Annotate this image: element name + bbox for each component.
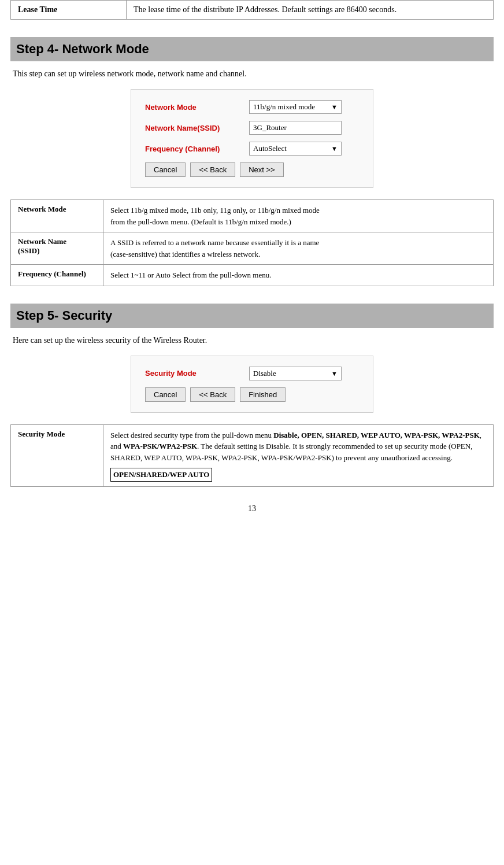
open-shared-wep-auto-label: OPEN/SHARED/WEP AUTO: [110, 468, 212, 482]
table-row: Network Mode Select 11b/g mixed mode, 11…: [11, 200, 494, 232]
step5-finished-button[interactable]: Finished: [240, 387, 286, 402]
security-mode-arrow-icon: ▼: [331, 370, 338, 377]
network-mode-label: Network Mode: [145, 103, 249, 112]
security-mode-field-desc: Select desired security type from the pu…: [103, 424, 494, 486]
network-mode-field-desc: Select 11b/g mixed mode, 11b only, 11g o…: [103, 200, 494, 232]
frequency-field-desc: Select 1~11 or Auto Select from the pull…: [103, 265, 494, 286]
network-name-label: Network Name(SSID): [145, 124, 249, 132]
lease-time-desc: The lease time of the distribute IP Addr…: [127, 1, 494, 20]
network-name-row: Network Name(SSID) 3G_Router: [145, 121, 359, 135]
network-mode-row: Network Mode 11b/g/n mixed mode ▼: [145, 100, 359, 114]
step5-desc: Here can set up the wireless security of…: [10, 336, 494, 345]
step5-cancel-button[interactable]: Cancel: [145, 387, 186, 402]
step4-info-table: Network Mode Select 11b/g mixed mode, 11…: [10, 199, 494, 286]
step4-cancel-button[interactable]: Cancel: [145, 162, 186, 177]
step4-button-row: Cancel << Back Next >>: [145, 162, 359, 177]
table-row: Frequency (Channel) Select 1~11 or Auto …: [11, 265, 494, 286]
step4-config-block: Network Mode 11b/g/n mixed mode ▼ Networ…: [10, 89, 494, 188]
network-mode-select[interactable]: 11b/g/n mixed mode ▼: [249, 100, 342, 114]
table-row: Security Mode Select desired security ty…: [11, 424, 494, 486]
page-number: 13: [10, 504, 494, 513]
network-name-input[interactable]: 3G_Router: [249, 121, 342, 135]
step5-info-table: Security Mode Select desired security ty…: [10, 424, 494, 487]
network-mode-control[interactable]: 11b/g/n mixed mode ▼: [249, 100, 342, 114]
lease-time-label: Lease Time: [11, 1, 127, 20]
step5-header: Step 5- Security: [10, 304, 494, 328]
security-mode-control[interactable]: Disable ▼: [249, 367, 342, 380]
step5-button-row: Cancel << Back Finished: [145, 387, 359, 402]
step4-header: Step 4- Network Mode: [10, 37, 494, 61]
network-name-control[interactable]: 3G_Router: [249, 121, 342, 135]
network-mode-arrow-icon: ▼: [331, 103, 338, 110]
security-mode-label: Security Mode: [145, 369, 249, 378]
frequency-control[interactable]: AutoSelect ▼: [249, 142, 342, 156]
table-row: Network Name(SSID) A SSID is referred to…: [11, 232, 494, 265]
frequency-field-label: Frequency (Channel): [11, 265, 103, 286]
security-mode-row: Security Mode Disable ▼: [145, 367, 359, 380]
network-name-field-desc: A SSID is referred to a network name bec…: [103, 232, 494, 265]
step4-next-button[interactable]: Next >>: [240, 162, 284, 177]
lease-time-table: Lease Time The lease time of the distrib…: [10, 0, 494, 20]
security-mode-field-label: Security Mode: [11, 424, 103, 486]
frequency-arrow-icon: ▼: [331, 145, 338, 152]
security-mode-select[interactable]: Disable ▼: [249, 367, 342, 380]
frequency-label: Frequency (Channel): [145, 145, 249, 153]
network-name-field-label: Network Name(SSID): [11, 232, 103, 265]
network-mode-field-label: Network Mode: [11, 200, 103, 232]
step4-back-button[interactable]: << Back: [190, 162, 235, 177]
frequency-row: Frequency (Channel) AutoSelect ▼: [145, 142, 359, 156]
step5-back-button[interactable]: << Back: [190, 387, 235, 402]
frequency-select[interactable]: AutoSelect ▼: [249, 142, 342, 156]
step4-desc: This step can set up wireless network mo…: [10, 69, 494, 79]
step5-config-block: Security Mode Disable ▼ Cancel << Back F…: [10, 356, 494, 413]
